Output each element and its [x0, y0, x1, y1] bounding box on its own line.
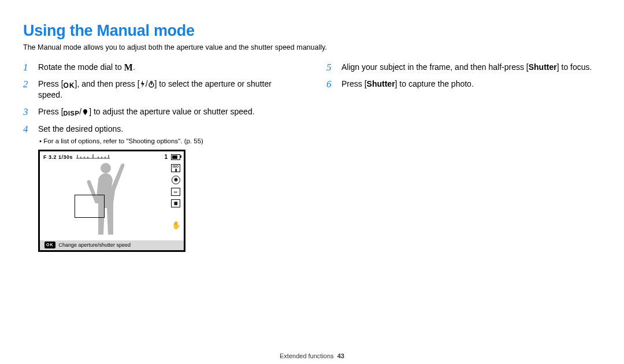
shots-remaining: 1 [164, 153, 168, 161]
exposure-meter-icon [76, 153, 110, 161]
side-icons: ISO▮ ◉ ▭ ▦ ✋ [171, 164, 180, 229]
step-text: Rotate the mode dial to [38, 62, 124, 72]
page-footer: Extended functions 43 [0, 352, 624, 359]
step-4: 4 Set the desired options. For a list of… [23, 124, 298, 251]
disp-icon: DISP [64, 109, 80, 118]
steps-left: 1 Rotate the mode dial to M. 2 Press [OK… [23, 62, 298, 252]
af-frame-icon [75, 195, 105, 218]
aperture-value: F 3.2 1/30s [43, 154, 73, 161]
ok-badge-icon: OK [44, 242, 55, 248]
svg-point-13 [101, 163, 111, 173]
timer-icon [148, 80, 155, 88]
step-text: Press [OK], and then press [/] to select… [38, 79, 272, 100]
stabilizer-icon: ✋ [172, 221, 180, 229]
step-4-bullet: For a list of options, refer to "Shootin… [38, 137, 298, 146]
step-text: Set the desired options. [38, 124, 123, 133]
footer-page-number: 43 [337, 352, 344, 359]
battery-icon [171, 154, 180, 160]
step-5: 5 Align your subject in the frame, and t… [326, 62, 601, 73]
iso-icon: ISO▮ [171, 164, 180, 172]
step-2: 2 Press [OK], and then press [/] to sele… [23, 79, 298, 101]
step-text: Press [Shutter] to capture the photo. [341, 79, 474, 88]
size-icon: ▦ [171, 199, 180, 207]
bottom-hint: Change aperture/shutter speed [59, 242, 131, 248]
intro-text: The Manual mode allows you to adjust bot… [23, 43, 601, 51]
af-mode-icon: ▭ [171, 188, 180, 196]
page-title: Using the Manual mode [23, 22, 601, 40]
flash-icon [140, 80, 146, 88]
camera-screen-figure: F 3.2 1/30s 1 [38, 150, 185, 252]
mode-m-icon: M [124, 63, 133, 72]
macro-icon [81, 107, 89, 116]
step-text: Press [DISP/] to adjust the aperture val… [38, 107, 255, 116]
step-6: 6 Press [Shutter] to capture the photo. [326, 79, 601, 90]
step-1: 1 Rotate the mode dial to M. [23, 62, 298, 73]
step-text: Align your subject in the frame, and the… [341, 62, 592, 72]
footer-section: Extended functions [280, 352, 334, 359]
metering-icon: ◉ [172, 176, 180, 184]
ok-icon: OK [64, 81, 75, 90]
step-3: 3 Press [DISP/] to adjust the aperture v… [23, 106, 298, 118]
screen-bottom-bar: OK Change aperture/shutter speed [40, 240, 184, 250]
steps-right: 5 Align your subject in the frame, and t… [326, 62, 601, 90]
